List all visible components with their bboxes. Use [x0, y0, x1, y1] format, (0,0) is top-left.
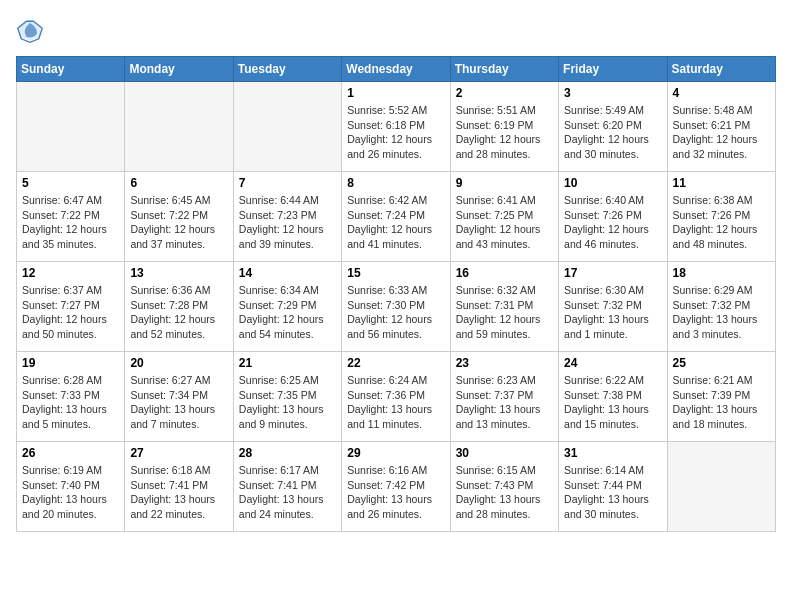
day-info: Sunrise: 6:41 AM Sunset: 7:25 PM Dayligh… [456, 193, 553, 252]
week-row-4: 19Sunrise: 6:28 AM Sunset: 7:33 PM Dayli… [17, 352, 776, 442]
day-number: 23 [456, 356, 553, 370]
day-number: 10 [564, 176, 661, 190]
day-info: Sunrise: 6:28 AM Sunset: 7:33 PM Dayligh… [22, 373, 119, 432]
day-info: Sunrise: 5:49 AM Sunset: 6:20 PM Dayligh… [564, 103, 661, 162]
day-info: Sunrise: 6:40 AM Sunset: 7:26 PM Dayligh… [564, 193, 661, 252]
weekday-header-saturday: Saturday [667, 57, 775, 82]
calendar-cell: 15Sunrise: 6:33 AM Sunset: 7:30 PM Dayli… [342, 262, 450, 352]
calendar-cell: 13Sunrise: 6:36 AM Sunset: 7:28 PM Dayli… [125, 262, 233, 352]
calendar-cell: 11Sunrise: 6:38 AM Sunset: 7:26 PM Dayli… [667, 172, 775, 262]
day-info: Sunrise: 5:51 AM Sunset: 6:19 PM Dayligh… [456, 103, 553, 162]
calendar-cell: 19Sunrise: 6:28 AM Sunset: 7:33 PM Dayli… [17, 352, 125, 442]
calendar-cell: 10Sunrise: 6:40 AM Sunset: 7:26 PM Dayli… [559, 172, 667, 262]
calendar-cell: 6Sunrise: 6:45 AM Sunset: 7:22 PM Daylig… [125, 172, 233, 262]
day-number: 5 [22, 176, 119, 190]
day-info: Sunrise: 6:44 AM Sunset: 7:23 PM Dayligh… [239, 193, 336, 252]
calendar-cell: 12Sunrise: 6:37 AM Sunset: 7:27 PM Dayli… [17, 262, 125, 352]
day-number: 17 [564, 266, 661, 280]
calendar-cell [17, 82, 125, 172]
weekday-header-monday: Monday [125, 57, 233, 82]
calendar-cell: 21Sunrise: 6:25 AM Sunset: 7:35 PM Dayli… [233, 352, 341, 442]
day-info: Sunrise: 5:48 AM Sunset: 6:21 PM Dayligh… [673, 103, 770, 162]
day-number: 26 [22, 446, 119, 460]
weekday-header-row: SundayMondayTuesdayWednesdayThursdayFrid… [17, 57, 776, 82]
calendar-cell: 17Sunrise: 6:30 AM Sunset: 7:32 PM Dayli… [559, 262, 667, 352]
calendar-cell: 20Sunrise: 6:27 AM Sunset: 7:34 PM Dayli… [125, 352, 233, 442]
calendar-cell: 8Sunrise: 6:42 AM Sunset: 7:24 PM Daylig… [342, 172, 450, 262]
day-info: Sunrise: 6:38 AM Sunset: 7:26 PM Dayligh… [673, 193, 770, 252]
calendar-cell: 30Sunrise: 6:15 AM Sunset: 7:43 PM Dayli… [450, 442, 558, 532]
day-number: 20 [130, 356, 227, 370]
calendar-cell: 16Sunrise: 6:32 AM Sunset: 7:31 PM Dayli… [450, 262, 558, 352]
day-number: 28 [239, 446, 336, 460]
day-info: Sunrise: 6:34 AM Sunset: 7:29 PM Dayligh… [239, 283, 336, 342]
calendar-cell: 7Sunrise: 6:44 AM Sunset: 7:23 PM Daylig… [233, 172, 341, 262]
day-number: 8 [347, 176, 444, 190]
day-info: Sunrise: 6:36 AM Sunset: 7:28 PM Dayligh… [130, 283, 227, 342]
calendar-cell [125, 82, 233, 172]
day-number: 25 [673, 356, 770, 370]
day-info: Sunrise: 6:45 AM Sunset: 7:22 PM Dayligh… [130, 193, 227, 252]
day-info: Sunrise: 6:25 AM Sunset: 7:35 PM Dayligh… [239, 373, 336, 432]
day-info: Sunrise: 6:47 AM Sunset: 7:22 PM Dayligh… [22, 193, 119, 252]
calendar-cell: 28Sunrise: 6:17 AM Sunset: 7:41 PM Dayli… [233, 442, 341, 532]
day-number: 1 [347, 86, 444, 100]
day-number: 4 [673, 86, 770, 100]
day-number: 30 [456, 446, 553, 460]
day-info: Sunrise: 6:22 AM Sunset: 7:38 PM Dayligh… [564, 373, 661, 432]
logo-icon [16, 16, 44, 44]
day-number: 3 [564, 86, 661, 100]
calendar-cell: 9Sunrise: 6:41 AM Sunset: 7:25 PM Daylig… [450, 172, 558, 262]
day-number: 24 [564, 356, 661, 370]
day-number: 11 [673, 176, 770, 190]
day-number: 19 [22, 356, 119, 370]
day-info: Sunrise: 6:18 AM Sunset: 7:41 PM Dayligh… [130, 463, 227, 522]
day-number: 12 [22, 266, 119, 280]
day-info: Sunrise: 6:42 AM Sunset: 7:24 PM Dayligh… [347, 193, 444, 252]
week-row-1: 1Sunrise: 5:52 AM Sunset: 6:18 PM Daylig… [17, 82, 776, 172]
calendar-cell: 26Sunrise: 6:19 AM Sunset: 7:40 PM Dayli… [17, 442, 125, 532]
calendar-cell: 31Sunrise: 6:14 AM Sunset: 7:44 PM Dayli… [559, 442, 667, 532]
day-number: 16 [456, 266, 553, 280]
weekday-header-sunday: Sunday [17, 57, 125, 82]
day-info: Sunrise: 6:30 AM Sunset: 7:32 PM Dayligh… [564, 283, 661, 342]
calendar-cell: 4Sunrise: 5:48 AM Sunset: 6:21 PM Daylig… [667, 82, 775, 172]
day-number: 18 [673, 266, 770, 280]
day-number: 2 [456, 86, 553, 100]
day-info: Sunrise: 6:29 AM Sunset: 7:32 PM Dayligh… [673, 283, 770, 342]
day-info: Sunrise: 6:23 AM Sunset: 7:37 PM Dayligh… [456, 373, 553, 432]
weekday-header-wednesday: Wednesday [342, 57, 450, 82]
day-info: Sunrise: 6:17 AM Sunset: 7:41 PM Dayligh… [239, 463, 336, 522]
calendar-cell: 2Sunrise: 5:51 AM Sunset: 6:19 PM Daylig… [450, 82, 558, 172]
calendar-cell: 22Sunrise: 6:24 AM Sunset: 7:36 PM Dayli… [342, 352, 450, 442]
day-info: Sunrise: 6:24 AM Sunset: 7:36 PM Dayligh… [347, 373, 444, 432]
week-row-3: 12Sunrise: 6:37 AM Sunset: 7:27 PM Dayli… [17, 262, 776, 352]
day-number: 9 [456, 176, 553, 190]
day-info: Sunrise: 6:19 AM Sunset: 7:40 PM Dayligh… [22, 463, 119, 522]
day-number: 21 [239, 356, 336, 370]
weekday-header-friday: Friday [559, 57, 667, 82]
day-number: 13 [130, 266, 227, 280]
calendar-cell: 24Sunrise: 6:22 AM Sunset: 7:38 PM Dayli… [559, 352, 667, 442]
day-number: 29 [347, 446, 444, 460]
logo [16, 16, 48, 44]
day-info: Sunrise: 6:21 AM Sunset: 7:39 PM Dayligh… [673, 373, 770, 432]
calendar-cell: 3Sunrise: 5:49 AM Sunset: 6:20 PM Daylig… [559, 82, 667, 172]
calendar-table: SundayMondayTuesdayWednesdayThursdayFrid… [16, 56, 776, 532]
calendar-cell: 29Sunrise: 6:16 AM Sunset: 7:42 PM Dayli… [342, 442, 450, 532]
calendar-cell: 23Sunrise: 6:23 AM Sunset: 7:37 PM Dayli… [450, 352, 558, 442]
calendar-cell: 1Sunrise: 5:52 AM Sunset: 6:18 PM Daylig… [342, 82, 450, 172]
weekday-header-tuesday: Tuesday [233, 57, 341, 82]
day-number: 22 [347, 356, 444, 370]
day-info: Sunrise: 6:14 AM Sunset: 7:44 PM Dayligh… [564, 463, 661, 522]
weekday-header-thursday: Thursday [450, 57, 558, 82]
day-info: Sunrise: 6:16 AM Sunset: 7:42 PM Dayligh… [347, 463, 444, 522]
day-info: Sunrise: 6:37 AM Sunset: 7:27 PM Dayligh… [22, 283, 119, 342]
day-number: 6 [130, 176, 227, 190]
day-info: Sunrise: 6:15 AM Sunset: 7:43 PM Dayligh… [456, 463, 553, 522]
day-info: Sunrise: 5:52 AM Sunset: 6:18 PM Dayligh… [347, 103, 444, 162]
day-number: 15 [347, 266, 444, 280]
day-number: 31 [564, 446, 661, 460]
calendar-cell: 14Sunrise: 6:34 AM Sunset: 7:29 PM Dayli… [233, 262, 341, 352]
calendar-cell: 27Sunrise: 6:18 AM Sunset: 7:41 PM Dayli… [125, 442, 233, 532]
